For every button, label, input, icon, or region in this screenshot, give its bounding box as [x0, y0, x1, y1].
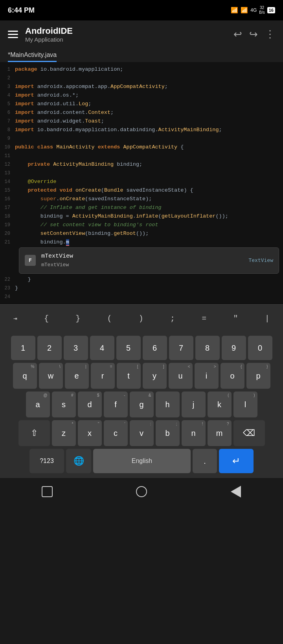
file-tab-item[interactable]: *MainActivity.java: [8, 51, 57, 62]
speed-indicator: 32B/s: [259, 5, 265, 15]
status-time: 6:44 PM: [8, 6, 35, 15]
key-5[interactable]: 5: [116, 336, 141, 360]
redo-button[interactable]: ↪: [249, 28, 258, 40]
key-c[interactable]: 'c: [104, 420, 128, 446]
key-q[interactable]: %q: [13, 363, 37, 389]
key-n[interactable]: !n: [182, 420, 206, 446]
code-line-19: 19 // set content view to binding's root: [0, 221, 283, 229]
key-e[interactable]: |e: [65, 363, 89, 389]
backspace-key[interactable]: ⌫: [233, 420, 265, 446]
key-o[interactable]: {o: [221, 363, 244, 389]
key-w[interactable]: \w: [39, 363, 63, 389]
more-options-button[interactable]: ⋮: [265, 28, 275, 40]
equals-key[interactable]: =: [198, 312, 210, 326]
undo-button[interactable]: ↩: [233, 28, 242, 40]
key-1[interactable]: 1: [11, 336, 35, 360]
code-line-7: 7 import android.widget.Toast;: [0, 117, 283, 126]
status-icons: 📶 📶 4G 32B/s 16: [231, 5, 275, 15]
code-line-16: 16 super.onCreate(savedInstanceState);: [0, 195, 283, 203]
signal-icon: 📶: [241, 7, 248, 14]
recent-apps-button[interactable]: [39, 483, 56, 500]
back-icon: [231, 486, 241, 498]
pipe-key[interactable]: |: [261, 312, 274, 326]
keyboard-row-qwerty: %q \w |e =r [t ]y <u >i {o }p: [2, 363, 281, 389]
key-p[interactable]: }p: [246, 363, 270, 389]
key-z[interactable]: *z: [52, 420, 76, 446]
home-icon: [136, 486, 147, 497]
file-tab-bar: *MainActivity.java: [0, 48, 283, 62]
code-line-13: 13: [0, 169, 283, 177]
key-s[interactable]: #s: [52, 392, 76, 417]
key-6[interactable]: 6: [143, 336, 167, 360]
key-t[interactable]: [t: [117, 363, 141, 389]
code-line-10: 10 public class MainActivity extends App…: [0, 143, 283, 152]
app-header: AndroidIDE My Application ↩ ↪ ⋮: [0, 20, 283, 48]
key-i[interactable]: >i: [195, 363, 219, 389]
key-m[interactable]: ?m: [208, 420, 232, 446]
code-line-21: 21 binding.m: [0, 238, 283, 247]
code-line-12: 12 private ActivityMainBinding binding;: [0, 160, 283, 169]
key-3[interactable]: 3: [64, 336, 88, 360]
home-button[interactable]: [133, 483, 150, 500]
key-x[interactable]: "x: [78, 420, 102, 446]
code-line-5: 5 import android.util.Log;: [0, 100, 283, 108]
wifi-icon: 📶: [231, 7, 238, 14]
language-key[interactable]: 🌐: [66, 449, 91, 473]
key-h[interactable]: h: [156, 392, 180, 417]
key-y[interactable]: ]y: [143, 363, 167, 389]
key-v[interactable]: :v: [130, 420, 154, 446]
back-button[interactable]: [227, 483, 244, 500]
key-k[interactable]: (k: [208, 392, 232, 417]
autocomplete-field-icon: F: [25, 255, 36, 266]
key-a[interactable]: @a: [26, 392, 50, 417]
tab-key[interactable]: ⇥: [9, 312, 21, 325]
enter-key[interactable]: ↵: [219, 449, 254, 473]
navigation-bar: [0, 478, 283, 506]
battery-indicator: 16: [267, 7, 275, 13]
key-b[interactable]: ;b: [156, 420, 180, 446]
code-line-8: 8 import io.bandroid.myapplication.datab…: [0, 126, 283, 134]
open-brace-key[interactable]: {: [40, 312, 53, 326]
space-key[interactable]: English: [93, 449, 191, 473]
period-key[interactable]: .: [193, 449, 217, 473]
autocomplete-popup[interactable]: F mTextView mTextView TextView: [19, 247, 279, 274]
app-title-block: AndroidIDE My Application: [25, 26, 73, 43]
hamburger-menu-button[interactable]: [8, 31, 18, 38]
code-line-6: 6 import android.content.Context;: [0, 108, 283, 117]
code-editor[interactable]: 1 package io.bandroid.myapplication; 2 3…: [0, 62, 283, 304]
code-line-2: 2: [0, 74, 283, 82]
key-d[interactable]: $d: [78, 392, 102, 417]
code-line-14: 14 @Override: [0, 177, 283, 186]
code-line-23: 23 }: [0, 284, 283, 293]
key-j[interactable]: j: [182, 392, 206, 417]
key-r[interactable]: =r: [91, 363, 115, 389]
code-line-3: 3 import androidx.appcompat.app.AppCompa…: [0, 82, 283, 91]
key-g[interactable]: &g: [130, 392, 154, 417]
key-f[interactable]: -f: [104, 392, 128, 417]
symbols-switch-key[interactable]: ?123: [29, 449, 64, 473]
app-name: AndroidIDE: [25, 26, 73, 36]
keyboard-bottom-row: ?123 🌐 English . ↵: [2, 449, 281, 473]
shift-key[interactable]: ⇧: [18, 420, 50, 446]
key-u[interactable]: <u: [169, 363, 193, 389]
key-2[interactable]: 2: [37, 336, 62, 360]
key-7[interactable]: 7: [169, 336, 193, 360]
code-line-4: 4 import android.os.*;: [0, 91, 283, 100]
key-8[interactable]: 8: [195, 336, 220, 360]
autocomplete-main-text: mTextView: [41, 252, 243, 261]
key-9[interactable]: 9: [222, 336, 246, 360]
close-paren-key[interactable]: ): [135, 312, 147, 326]
key-4[interactable]: 4: [90, 336, 114, 360]
key-0[interactable]: 0: [248, 336, 272, 360]
key-l[interactable]: )l: [233, 392, 257, 417]
code-line-11: 11: [0, 152, 283, 160]
quote-key[interactable]: ": [229, 312, 242, 326]
semicolon-key[interactable]: ;: [166, 312, 179, 326]
network-type: 4G: [250, 7, 257, 13]
code-line-24: 24: [0, 293, 283, 301]
code-line-18: 18 binding = ActivityMainBinding.inflate…: [0, 212, 283, 221]
autocomplete-item-1[interactable]: F mTextView mTextView TextView: [19, 248, 279, 273]
close-brace-key[interactable]: }: [72, 312, 84, 326]
open-paren-key[interactable]: (: [103, 312, 116, 326]
code-line-9: 9: [0, 134, 283, 143]
